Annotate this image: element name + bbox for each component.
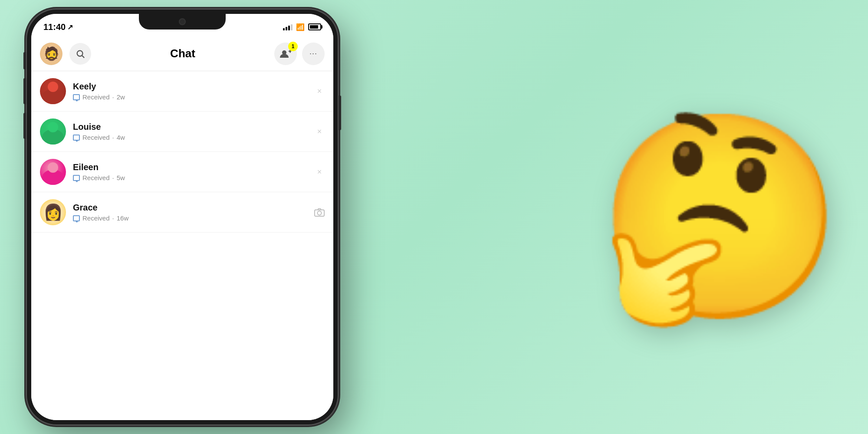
add-friend-button[interactable]: 1 — [274, 43, 297, 65]
dot-sep-eileen: · — [112, 174, 114, 181]
chat-item-grace[interactable]: 👩 Grace Received · 16w — [31, 192, 333, 233]
chat-item-eileen[interactable]: Eileen Received · 5w × — [31, 152, 333, 192]
avatar-face: 🧔 — [43, 46, 59, 61]
search-button[interactable] — [69, 43, 91, 65]
nav-actions: 1 ··· — [274, 43, 325, 65]
signal-icon — [283, 23, 293, 30]
signal-bar-1 — [283, 28, 285, 30]
close-keely[interactable]: × — [314, 86, 325, 96]
chat-name-eileen: Eileen — [73, 162, 307, 172]
signal-bar-3 — [288, 26, 290, 30]
volume-down-button — [23, 113, 26, 139]
thinking-emoji-container: 🤔 — [608, 104, 833, 330]
user-avatar[interactable]: 🧔 — [40, 43, 62, 65]
chat-status-grace: Received · 16w — [73, 214, 307, 222]
grace-avatar-emoji: 👩 — [43, 203, 63, 221]
phone-mockup: 11:40 ↗ 📶 — [26, 9, 339, 425]
nav-bar: 🧔 Chat — [31, 36, 333, 71]
phone-frame: 11:40 ↗ 📶 — [26, 9, 339, 425]
notch — [139, 14, 226, 30]
avatar-louise — [40, 118, 66, 145]
status-time: 11:40 ↗ — [43, 22, 73, 32]
status-text-eileen: Received — [82, 174, 110, 181]
dot-sep-louise: · — [112, 134, 114, 141]
message-icon-louise — [73, 135, 80, 141]
thinking-emoji: 🤔 — [596, 117, 845, 317]
svg-line-1 — [82, 56, 84, 58]
time-keely: 2w — [117, 93, 125, 101]
search-icon — [76, 49, 85, 59]
chat-name-louise: Louise — [73, 122, 307, 132]
notification-badge: 1 — [288, 42, 298, 51]
chat-item-louise[interactable]: Louise Received · 4w × — [31, 112, 333, 152]
svg-point-6 — [317, 211, 321, 215]
time-eileen: 5w — [117, 174, 125, 181]
status-text-keely: Received — [82, 93, 110, 101]
close-louise[interactable]: × — [314, 126, 325, 137]
camera-icon — [314, 207, 325, 217]
camera-grace[interactable] — [314, 207, 325, 217]
bitmoji-avatar: 🧔 — [40, 43, 62, 65]
svg-point-0 — [77, 50, 83, 56]
power-button — [339, 95, 341, 130]
chat-info-grace: Grace Received · 16w — [73, 203, 307, 222]
front-camera — [179, 18, 186, 25]
battery-icon — [308, 23, 321, 30]
more-dots-icon: ··· — [309, 49, 317, 58]
more-options-button[interactable]: ··· — [302, 43, 325, 65]
volume-up-button — [23, 78, 26, 104]
mute-button — [23, 52, 26, 69]
avatar-keely — [40, 78, 66, 104]
time-grace: 16w — [117, 214, 129, 222]
chat-list: Keely Received · 2w × Louise — [31, 71, 333, 420]
battery-fill — [310, 25, 318, 29]
add-friend-icon — [280, 49, 291, 59]
chat-status-eileen: Received · 5w — [73, 174, 307, 181]
message-icon-keely — [73, 94, 80, 100]
close-eileen[interactable]: × — [314, 167, 325, 177]
status-text-grace: Received — [82, 214, 110, 222]
status-text-louise: Received — [82, 134, 110, 141]
dot-sep-keely: · — [112, 93, 114, 101]
dot-sep-grace: · — [112, 214, 114, 222]
signal-bar-2 — [286, 27, 287, 30]
chat-info-louise: Louise Received · 4w — [73, 122, 307, 141]
chat-item-keely[interactable]: Keely Received · 2w × — [31, 71, 333, 112]
status-icons: 📶 — [283, 23, 321, 31]
message-icon-grace — [73, 215, 80, 221]
chat-info-keely: Keely Received · 2w — [73, 82, 307, 101]
time-display: 11:40 — [43, 22, 66, 32]
wifi-icon: 📶 — [296, 23, 305, 31]
chat-name-grace: Grace — [73, 203, 307, 213]
phone-screen: 11:40 ↗ 📶 — [31, 14, 333, 420]
message-icon-eileen — [73, 175, 80, 181]
avatar-eileen — [40, 159, 66, 185]
location-arrow-icon: ↗ — [67, 23, 73, 31]
chat-name-keely: Keely — [73, 82, 307, 92]
chat-info-eileen: Eileen Received · 5w — [73, 162, 307, 181]
avatar-grace: 👩 — [40, 199, 66, 225]
chat-status-louise: Received · 4w — [73, 134, 307, 141]
signal-bar-4 — [291, 24, 293, 30]
time-louise: 4w — [117, 134, 125, 141]
chat-status-keely: Received · 2w — [73, 93, 307, 101]
page-title: Chat — [98, 47, 267, 60]
